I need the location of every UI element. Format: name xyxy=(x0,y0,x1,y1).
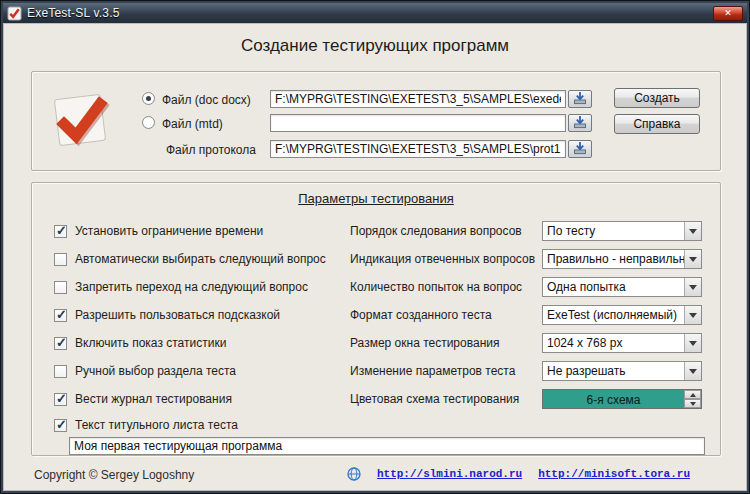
option-label: Количество попыток на вопрос xyxy=(350,280,522,294)
combo-params-change[interactable]: Не разрешать xyxy=(542,361,702,381)
footer-links: http://slmini.narod.ru http://minisoft.t… xyxy=(347,467,690,481)
chevron-down-icon[interactable] xyxy=(684,222,701,240)
color-scheme-spinner[interactable]: 6-я схема xyxy=(542,389,702,409)
checkbox-title-page-text[interactable] xyxy=(54,419,67,432)
radio-file-doc[interactable] xyxy=(142,92,155,105)
copyright-text: Copyright © Sergey Logoshny xyxy=(34,468,194,482)
window-title: ExeTest-SL v.3.5 xyxy=(27,6,713,20)
protocol-file-label: Файл протокола xyxy=(166,143,256,157)
browse-doc-button[interactable] xyxy=(568,90,592,108)
checkbox-label: Установить ограничение времени xyxy=(75,224,263,238)
combo-value: Одна попытка xyxy=(543,278,684,296)
combo-question-order[interactable]: По тесту xyxy=(542,221,702,241)
checkbox-label: Текст титульного листа теста xyxy=(75,418,238,432)
option-label: Формат созданного теста xyxy=(350,308,492,322)
params-group-title: Параметры тестирования xyxy=(32,191,720,206)
disk-arrow-icon xyxy=(573,141,587,158)
help-button[interactable]: Справка xyxy=(614,114,700,134)
window-body: Создание тестирующих программ Файл (doc … xyxy=(3,23,747,491)
disk-arrow-icon xyxy=(573,91,587,108)
combo-window-size[interactable]: 1024 x 768 px xyxy=(542,333,702,353)
checkbox-auto-next-question[interactable] xyxy=(54,253,67,266)
radio-file-doc-label: Файл (doc docx) xyxy=(162,93,251,107)
combo-value: ExeTest (исполняемый) xyxy=(543,306,684,324)
checkbox-label: Ручной выбор раздела теста xyxy=(75,364,236,378)
combo-value: Не разрешать xyxy=(543,362,684,380)
combo-attempts-per-question[interactable]: Одна попытка xyxy=(542,277,702,297)
title-bar: ExeTest-SL v.3.5 ✕ xyxy=(3,3,747,23)
checkbox-test-log[interactable] xyxy=(54,393,67,406)
app-window: ExeTest-SL v.3.5 ✕ Создание тестирующих … xyxy=(0,0,750,494)
mtd-file-input[interactable] xyxy=(270,114,566,132)
protocol-file-input[interactable] xyxy=(270,140,566,158)
option-label: Изменение параметров теста xyxy=(350,364,515,378)
checkbox-forbid-next-question[interactable] xyxy=(54,281,67,294)
checkbox-manual-section[interactable] xyxy=(54,365,67,378)
checkbox-label: Включить показ статистики xyxy=(75,336,226,350)
combo-value: Правильно - неправильно xyxy=(543,250,684,268)
checkbox-allow-hint[interactable] xyxy=(54,309,67,322)
disk-arrow-icon xyxy=(573,115,587,132)
checkbox-row: Ручной выбор раздела теста xyxy=(54,363,236,379)
spinner-down-button[interactable] xyxy=(684,399,701,408)
combo-value: По тесту xyxy=(543,222,684,240)
chevron-down-icon[interactable] xyxy=(684,250,701,268)
option-label: Порядок следования вопросов xyxy=(350,224,522,238)
spinner-buttons xyxy=(684,390,701,408)
radio-file-mtd[interactable] xyxy=(142,116,155,129)
globe-icon xyxy=(347,467,361,481)
radio-file-mtd-label: Файл (mtd) xyxy=(162,117,223,131)
option-label: Размер окна тестирования xyxy=(350,336,499,350)
color-scheme-value: 6-я схема xyxy=(543,390,684,408)
chevron-down-icon[interactable] xyxy=(684,278,701,296)
footer: Copyright © Sergey Logoshny http://slmin… xyxy=(4,464,746,488)
checkbox-time-limit[interactable] xyxy=(54,225,67,238)
link-minisoft[interactable]: http://minisoft.tora.ru xyxy=(538,468,690,480)
params-group: Параметры тестирования Установить ограни… xyxy=(31,182,721,456)
combo-answer-indication[interactable]: Правильно - неправильно xyxy=(542,249,702,269)
checkbox-row: Текст титульного листа теста xyxy=(54,417,238,433)
checkbox-row: Включить показ статистики xyxy=(54,335,226,351)
doc-file-input[interactable] xyxy=(270,90,566,108)
link-slmini[interactable]: http://slmini.narod.ru xyxy=(377,468,522,480)
checkbox-show-statistics[interactable] xyxy=(54,337,67,350)
chevron-down-icon[interactable] xyxy=(684,362,701,380)
browse-mtd-button[interactable] xyxy=(568,114,592,132)
checkbox-row: Запретить переход на следующий вопрос xyxy=(54,279,308,295)
checkbox-label: Автоматически выбирать следующий вопрос xyxy=(75,252,326,266)
combo-test-format[interactable]: ExeTest (исполняемый) xyxy=(542,305,702,325)
checkbox-label: Вести журнал тестирования xyxy=(75,392,232,406)
files-group: Файл (doc docx) Файл (mtd) xyxy=(31,71,721,171)
create-button[interactable]: Создать xyxy=(614,88,700,108)
checkbox-label: Разрешить пользоваться подсказкой xyxy=(75,308,280,322)
checkbox-row: Разрешить пользоваться подсказкой xyxy=(54,307,280,323)
chevron-down-icon[interactable] xyxy=(684,306,701,324)
browse-protocol-button[interactable] xyxy=(568,140,592,158)
chevron-down-icon[interactable] xyxy=(684,334,701,352)
checkbox-label: Запретить переход на следующий вопрос xyxy=(75,280,308,294)
app-logo-icon xyxy=(48,88,114,154)
checkbox-row: Автоматически выбирать следующий вопрос xyxy=(54,251,326,267)
page-title: Создание тестирующих программ xyxy=(4,36,746,56)
checkbox-row: Установить ограничение времени xyxy=(54,223,263,239)
option-label: Индикация отвеченных вопросов xyxy=(350,252,535,266)
option-label: Цветовая схема тестирования xyxy=(350,392,519,406)
app-icon xyxy=(7,6,22,21)
checkbox-row: Вести журнал тестирования xyxy=(54,391,232,407)
spinner-up-button[interactable] xyxy=(684,390,701,399)
close-button[interactable]: ✕ xyxy=(713,6,743,21)
combo-value: 1024 x 768 px xyxy=(543,334,684,352)
title-page-text-input[interactable] xyxy=(69,437,705,455)
